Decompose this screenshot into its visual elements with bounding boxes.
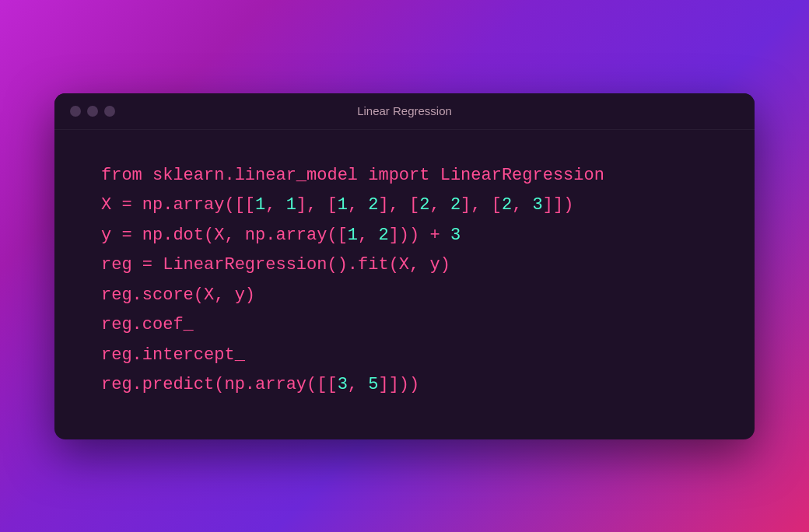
code-token: 2 bbox=[368, 195, 378, 215]
code-line: reg.coef_ bbox=[101, 310, 708, 341]
code-token: , bbox=[348, 375, 368, 394]
code-token: 1 bbox=[286, 195, 296, 215]
code-token: ])) + bbox=[389, 226, 450, 245]
code-line: reg.score(X, y) bbox=[101, 281, 708, 311]
code-token: , bbox=[358, 226, 378, 245]
code-token: 3 bbox=[450, 226, 461, 245]
code-line: reg.predict(np.array([[3, 5]])) bbox=[101, 370, 708, 401]
code-token: 2 bbox=[450, 195, 461, 215]
code-token: ], [ bbox=[461, 195, 502, 215]
code-token: X bbox=[101, 195, 111, 215]
code-token: , bbox=[430, 195, 450, 215]
code-line: reg = LinearRegression().fit(X, y) bbox=[101, 250, 708, 281]
code-token: ], [ bbox=[296, 195, 338, 215]
code-token: 3 bbox=[533, 195, 543, 215]
code-token: reg.score(X, y) bbox=[101, 285, 255, 305]
close-button[interactable] bbox=[70, 106, 81, 117]
code-token: 1 bbox=[348, 226, 358, 245]
titlebar: Linear Regression bbox=[54, 93, 755, 130]
code-window: Linear Regression from sklearn.linear_mo… bbox=[54, 93, 755, 439]
code-token: , bbox=[265, 195, 285, 215]
code-token: ]])) bbox=[378, 375, 419, 394]
code-token: LinearRegression bbox=[429, 166, 604, 185]
code-token: import bbox=[368, 166, 429, 185]
code-token: 3 bbox=[338, 375, 348, 394]
code-line: y = np.dot(X, np.array([1, 2])) + 3 bbox=[101, 221, 708, 251]
code-token: sklearn.linear_model bbox=[142, 166, 368, 185]
code-token: , bbox=[348, 195, 368, 215]
code-token: reg.coef_ bbox=[101, 315, 194, 334]
code-token: , bbox=[512, 195, 532, 215]
code-token: reg.predict(np.array([[ bbox=[101, 375, 338, 394]
code-token: = np.array([[ bbox=[111, 195, 255, 215]
code-line: reg.intercept_ bbox=[101, 341, 708, 371]
code-token: 2 bbox=[502, 195, 512, 215]
maximize-button[interactable] bbox=[104, 106, 115, 117]
code-token: from bbox=[101, 166, 142, 185]
code-token: reg.intercept_ bbox=[101, 345, 245, 365]
minimize-button[interactable] bbox=[87, 106, 98, 117]
code-token: 1 bbox=[255, 195, 265, 215]
traffic-lights bbox=[70, 106, 115, 117]
code-token: 1 bbox=[338, 195, 348, 215]
code-line: from sklearn.linear_model import LinearR… bbox=[101, 161, 708, 191]
code-area: from sklearn.linear_model import LinearR… bbox=[54, 130, 755, 439]
code-token: ]]) bbox=[543, 195, 574, 215]
code-token: 2 bbox=[419, 195, 429, 215]
code-token: reg = LinearRegression().fit(X, y) bbox=[101, 255, 450, 275]
code-line: X = np.array([[1, 1], [1, 2], [2, 2], [2… bbox=[101, 191, 708, 221]
code-token: 2 bbox=[378, 226, 388, 245]
window-title: Linear Regression bbox=[357, 104, 452, 117]
code-token: y = np.dot(X, np.array([ bbox=[101, 226, 348, 245]
code-token: 5 bbox=[368, 375, 378, 394]
code-token: ], [ bbox=[378, 195, 419, 215]
